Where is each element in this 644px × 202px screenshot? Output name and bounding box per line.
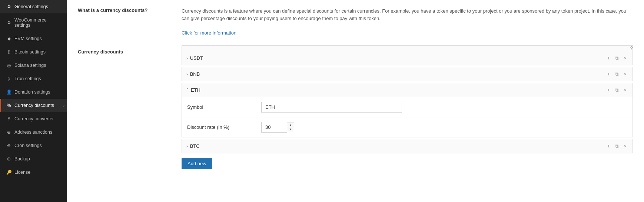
btc-name: BTC: [190, 143, 606, 149]
btc-toggle-icon: ›: [186, 144, 188, 149]
bitcoin-icon: ₿: [6, 49, 11, 55]
eth-discount-row: Discount rate (in %) ▲ ▼: [182, 117, 633, 137]
sidebar-item-tron-settings[interactable]: ⟠ Tron settings: [0, 72, 67, 85]
currency-item-usdt: › USDT + ⧉ ×: [182, 45, 633, 65]
eth-duplicate-button[interactable]: ⧉: [614, 87, 620, 93]
eth-discount-spinners: ▲ ▼: [287, 123, 294, 132]
bnb-actions: + ⧉ ×: [606, 71, 628, 77]
sidebar-item-bitcoin-settings[interactable]: ₿ Bitcoin settings: [0, 45, 67, 59]
usdt-remove-button[interactable]: ×: [622, 55, 628, 61]
sidebar-item-evm-settings[interactable]: ◆ EVM settings: [0, 32, 67, 45]
eth-discount-up-button[interactable]: ▲: [287, 123, 294, 127]
bnb-move-button[interactable]: +: [606, 71, 612, 77]
currency-header-eth[interactable]: ˅ ETH + ⧉ ×: [182, 83, 633, 97]
sidebar-item-general-settings[interactable]: ⚙ General settings: [0, 0, 67, 13]
sidebar: ⚙ General settings ⚙ WooCommerce setting…: [0, 0, 67, 202]
backup-icon: ⊕: [6, 156, 11, 162]
currency-item-btc: › BTC + ⧉ ×: [182, 139, 633, 153]
sidebar-item-donation-settings[interactable]: 👤 Donation settings: [0, 85, 67, 99]
gear-icon: ⚙: [6, 20, 11, 25]
sidebar-item-backup[interactable]: ⊕ Backup: [0, 152, 67, 166]
usdt-toggle-icon: ›: [186, 56, 188, 61]
gear-icon: ⚙: [6, 4, 11, 9]
usdt-name: USDT: [190, 55, 606, 61]
dollar-icon: $: [6, 116, 11, 121]
eth-remove-button[interactable]: ×: [622, 87, 628, 93]
info-question: What is a currency discounts?: [78, 7, 174, 13]
sidebar-item-solana-settings[interactable]: ◎ Solana settings: [0, 59, 67, 72]
main-content: What is a currency discounts? Currency d…: [67, 0, 644, 202]
info-section: What is a currency discounts? Currency d…: [78, 7, 633, 36]
btc-move-button[interactable]: +: [606, 143, 612, 149]
help-icon[interactable]: ?: [630, 45, 633, 51]
bnb-toggle-icon: ›: [186, 72, 188, 76]
usdt-move-button[interactable]: +: [606, 55, 612, 61]
info-link[interactable]: Click for more information: [182, 30, 236, 36]
bnb-name: BNB: [190, 71, 606, 77]
discounts-content: ? › USDT + ⧉ × › BNB: [182, 45, 633, 169]
tron-icon: ⟠: [6, 76, 11, 81]
solana-icon: ◎: [6, 63, 11, 68]
usdt-duplicate-button[interactable]: ⧉: [614, 55, 620, 61]
eth-discount-down-button[interactable]: ▼: [287, 127, 294, 132]
btc-remove-button[interactable]: ×: [622, 143, 628, 149]
sidebar-item-currency-discounts[interactable]: % Currency discounts ›: [0, 99, 67, 112]
cron-icon: ⊕: [6, 143, 11, 148]
shield-icon: ⊕: [6, 130, 11, 135]
add-new-button[interactable]: Add new: [182, 158, 212, 169]
discounts-section: Currency discounts ? › USDT + ⧉ ×: [78, 45, 633, 169]
btc-actions: + ⧉ ×: [606, 143, 628, 149]
sidebar-item-woocommerce-settings[interactable]: ⚙ WooCommerce settings: [0, 13, 67, 32]
currency-header-bnb[interactable]: › BNB + ⧉ ×: [182, 67, 633, 81]
sidebar-item-license[interactable]: 🔑 License: [0, 166, 67, 179]
eth-toggle-icon: ˅: [186, 88, 189, 92]
eth-discount-wrap: ▲ ▼: [261, 122, 294, 133]
percent-icon: %: [6, 103, 11, 108]
sidebar-item-address-sanctions[interactable]: ⊕ Address sanctions: [0, 126, 67, 139]
user-icon: 👤: [6, 89, 11, 95]
sidebar-arrow-icon: ›: [63, 104, 64, 108]
info-description: Currency discounts is a feature where yo…: [182, 7, 633, 36]
usdt-actions: + ⧉ ×: [606, 55, 628, 61]
eth-symbol-input[interactable]: [261, 102, 402, 113]
eth-move-button[interactable]: +: [606, 87, 612, 93]
bnb-duplicate-button[interactable]: ⧉: [614, 71, 620, 77]
eth-discount-label: Discount rate (in %): [187, 124, 261, 130]
eth-name: ETH: [191, 87, 606, 93]
eth-discount-input[interactable]: [261, 122, 287, 133]
diamond-icon: ◆: [6, 36, 11, 41]
discounts-label: Currency discounts: [78, 45, 174, 55]
eth-symbol-label: Symbol: [187, 104, 261, 110]
currency-header-usdt[interactable]: › USDT + ⧉ ×: [182, 51, 633, 65]
eth-actions: + ⧉ ×: [606, 87, 628, 93]
sidebar-item-currency-converter[interactable]: $ Currency converter: [0, 112, 67, 126]
sidebar-item-cron-settings[interactable]: ⊕ Cron settings: [0, 139, 67, 152]
currency-header-btc[interactable]: › BTC + ⧉ ×: [182, 139, 633, 153]
currency-item-bnb: › BNB + ⧉ ×: [182, 67, 633, 81]
eth-body: Symbol Discount rate (in %) ▲ ▼: [182, 97, 633, 137]
bnb-remove-button[interactable]: ×: [622, 71, 628, 77]
currency-item-eth: ˅ ETH + ⧉ × Symbol Discount rate (in %): [182, 83, 633, 137]
key-icon: 🔑: [6, 170, 11, 175]
btc-duplicate-button[interactable]: ⧉: [614, 143, 620, 149]
eth-symbol-row: Symbol: [182, 97, 633, 117]
